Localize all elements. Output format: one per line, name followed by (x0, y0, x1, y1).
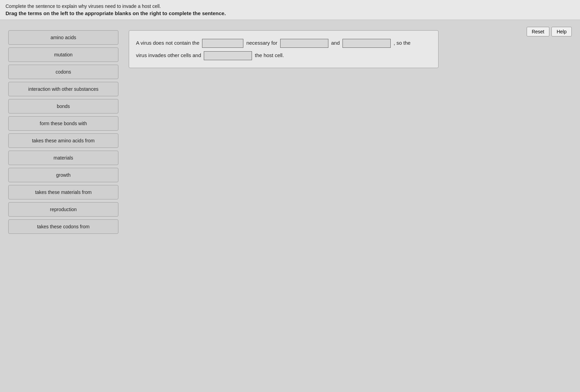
sentence-part4: , so the (393, 40, 410, 46)
blank-4[interactable] (204, 51, 252, 60)
sentence-part2: necessary for (246, 40, 277, 46)
term-form-these-bonds-with[interactable]: form these bonds with (8, 116, 118, 131)
term-takes-these-amino-acids-from[interactable]: takes these amino acids from (8, 133, 118, 148)
help-button[interactable]: Help (551, 27, 572, 36)
instruction-line1: Complete the sentence to explain why vir… (6, 3, 574, 9)
sentence-part3: and (331, 40, 340, 46)
term-takes-these-materials-from[interactable]: takes these materials from (8, 185, 118, 199)
instruction-line2: Drag the terms on the left to the approp… (6, 10, 574, 16)
header-section: Complete the sentence to explain why vir… (0, 0, 580, 20)
blank-1[interactable] (202, 39, 243, 48)
term-codons[interactable]: codons (8, 65, 118, 79)
term-growth[interactable]: growth (8, 168, 118, 182)
left-panel: amino acidsmutationcodonsinteraction wit… (8, 30, 118, 234)
term-amino-acids[interactable]: amino acids (8, 30, 118, 45)
sentence-part5: virus invades other cells and (136, 52, 201, 58)
term-mutation[interactable]: mutation (8, 47, 118, 62)
term-interaction-with-other-substances[interactable]: interaction with other substances (8, 82, 118, 96)
sentence-box: A virus does not contain the necessary f… (129, 30, 439, 68)
term-reproduction[interactable]: reproduction (8, 202, 118, 217)
main-area: Reset Help amino acidsmutationcodonsinte… (0, 20, 580, 241)
blank-3[interactable] (342, 39, 391, 48)
sentence-part1: A virus does not contain the (136, 40, 199, 46)
term-materials[interactable]: materials (8, 151, 118, 165)
sentence-part6: the host cell. (255, 52, 284, 58)
term-takes-these-codons-from[interactable]: takes these codons from (8, 219, 118, 234)
term-bonds[interactable]: bonds (8, 99, 118, 113)
right-panel: A virus does not contain the necessary f… (129, 30, 572, 234)
blank-2[interactable] (280, 39, 328, 48)
reset-button[interactable]: Reset (527, 27, 550, 36)
top-right-buttons: Reset Help (527, 27, 572, 36)
